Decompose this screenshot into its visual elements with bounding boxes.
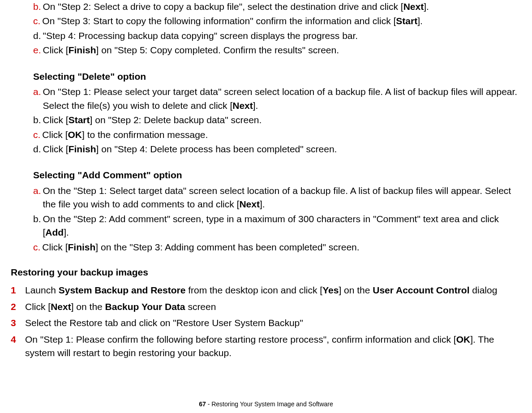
step-text: On the "Step 1: Select target data" scre… xyxy=(43,184,521,211)
restore-heading: Restoring your backup images xyxy=(11,266,521,279)
text-run: ] on "Step 4: Delete process has been co… xyxy=(96,144,337,154)
step-text: Click [Next] on the Backup Your Data scr… xyxy=(25,300,521,314)
text-run: ] on "Step 5: Copy completed. Confirm th… xyxy=(96,45,339,55)
step-number: 2 xyxy=(11,300,25,314)
step-letter: d. xyxy=(33,29,41,43)
addcomment-step-b: b. On the "Step 2: Add comment" screen, … xyxy=(33,212,521,240)
copy-step-e: e. Click [Finish] on "Step 5: Copy compl… xyxy=(33,43,521,57)
button-label-ref: Next xyxy=(232,100,253,111)
step-letter: a. xyxy=(33,184,41,211)
copy-step-b: b. On "Step 2: Select a drive to copy a … xyxy=(33,0,521,13)
delete-step-b: b. Click [Start] on "Step 2: Delete back… xyxy=(33,113,521,127)
text-run: Launch xyxy=(25,285,59,295)
document-body: b. On "Step 2: Select a drive to copy a … xyxy=(11,0,521,360)
button-label-ref: Start xyxy=(69,115,90,125)
button-label-ref: Finish xyxy=(68,242,96,252)
text-run: On the "Step 2: Add comment" screen, typ… xyxy=(43,214,499,237)
delete-heading: Selecting "Delete" option xyxy=(33,70,521,83)
step-text: Click [Finish] on "Step 4: Delete proces… xyxy=(43,142,521,156)
text-run: ]. xyxy=(260,199,265,209)
text-run: ]. xyxy=(417,16,423,26)
restore-steps-list: 1 Launch System Backup and Restore from … xyxy=(11,284,521,360)
copy-step-c: c. On "Step 3: Start to copy the followi… xyxy=(33,14,521,28)
screen-name-ref: Backup Your Data xyxy=(105,301,185,312)
step-text: Launch System Backup and Restore from th… xyxy=(25,284,521,297)
page-number: 67 xyxy=(199,400,206,408)
button-label-ref: Next xyxy=(239,199,260,209)
footer-title: - Restoring Your System Image and Softwa… xyxy=(206,400,333,408)
text-run: Click [ xyxy=(43,115,69,125)
text-run: Click [ xyxy=(25,301,51,312)
text-run: Click [ xyxy=(42,129,68,140)
step-text: On the "Step 2: Add comment" screen, typ… xyxy=(43,212,521,240)
step-text: On "Step 3: Start to copy the following … xyxy=(42,14,521,28)
button-label-ref: Finish xyxy=(69,45,96,55)
button-label-ref: OK xyxy=(456,334,471,344)
step-letter: b. xyxy=(33,212,41,240)
app-name-ref: System Backup and Restore xyxy=(59,285,186,295)
addcomment-step-c: c. Click [Finish] on the "Step 3: Adding… xyxy=(33,241,521,254)
text-run: On "Step 1: Please select your target da… xyxy=(43,86,518,110)
dialog-name-ref: User Account Control xyxy=(373,285,469,295)
text-run: Click [ xyxy=(42,242,68,252)
copy-step-d: d. "Step 4: Processing backup data copyi… xyxy=(33,29,521,43)
step-number: 3 xyxy=(11,316,25,330)
step-letter: a. xyxy=(33,85,41,112)
step-text: On "Step 2: Select a drive to copy a bac… xyxy=(43,0,521,13)
button-label-ref: Next xyxy=(51,301,71,312)
text-run: ]. xyxy=(424,1,429,12)
text-run: Click [ xyxy=(43,45,69,55)
step-letter: b. xyxy=(33,113,41,127)
restore-step-1: 1 Launch System Backup and Restore from … xyxy=(11,284,521,297)
step-letter: c. xyxy=(33,241,40,254)
text-run: ] on the xyxy=(339,285,373,295)
step-letter: b. xyxy=(33,0,41,13)
restore-step-2: 2 Click [Next] on the Backup Your Data s… xyxy=(11,300,521,314)
text-run: ]. xyxy=(64,227,69,237)
step-number: 1 xyxy=(11,284,25,297)
restore-step-4: 4 On "Step 1: Please confirm the followi… xyxy=(11,333,521,360)
addcomment-heading: Selecting "Add Comment" option xyxy=(33,168,521,182)
page-footer: 67 - Restoring Your System Image and Sof… xyxy=(0,400,532,409)
step-text: Click [Finish] on "Step 5: Copy complete… xyxy=(43,43,521,57)
step-letter: e. xyxy=(33,43,41,57)
step-letter: d. xyxy=(33,142,41,156)
button-label-ref: Next xyxy=(403,1,424,12)
text-run: On "Step 3: Start to copy the following … xyxy=(42,16,396,26)
step-text: On "Step 1: Please select your target da… xyxy=(43,85,521,112)
text-run: ] to the confirmation message. xyxy=(82,129,208,140)
addcomment-step-a: a. On the "Step 1: Select target data" s… xyxy=(33,184,521,211)
text-run: from the desktop icon and click [ xyxy=(185,285,322,295)
step-text: On "Step 1: Please confirm the following… xyxy=(25,333,521,360)
text-run: On the "Step 1: Select target data" scre… xyxy=(43,185,511,209)
text-run: ]. xyxy=(253,100,258,111)
text-run: ] on the "Step 3: Adding comment has bee… xyxy=(95,242,359,252)
text-run: screen xyxy=(185,301,216,312)
text-run: On "Step 2: Select a drive to copy a bac… xyxy=(43,1,403,12)
step-text: Click [Start] on "Step 2: Delete backup … xyxy=(43,113,521,127)
step-number: 4 xyxy=(11,333,25,346)
text-run: ] on "Step 2: Delete backup data" screen… xyxy=(90,115,262,125)
step-text: Select the Restore tab and click on "Res… xyxy=(25,316,521,330)
button-label-ref: OK xyxy=(68,129,82,140)
text-run: On "Step 1: Please confirm the following… xyxy=(25,334,456,344)
text-run: ] on the xyxy=(71,301,105,312)
button-label-ref: Add xyxy=(45,227,64,237)
button-label-ref: Yes xyxy=(322,285,339,295)
text-run: dialog xyxy=(470,285,498,295)
button-label-ref: Start xyxy=(396,16,417,26)
step-text: Click [Finish] on the "Step 3: Adding co… xyxy=(42,241,521,254)
step-text: Click [OK] to the confirmation message. xyxy=(42,128,521,142)
text-run: Click [ xyxy=(43,144,69,154)
restore-step-3: 3 Select the Restore tab and click on "R… xyxy=(11,316,521,330)
step-text: "Step 4: Processing backup data copying"… xyxy=(43,29,521,43)
delete-step-a: a. On "Step 1: Please select your target… xyxy=(33,85,521,112)
delete-step-d: d. Click [Finish] on "Step 4: Delete pro… xyxy=(33,142,521,156)
button-label-ref: Finish xyxy=(69,144,96,154)
step-letter: c. xyxy=(33,128,40,142)
delete-step-c: c. Click [OK] to the confirmation messag… xyxy=(33,128,521,142)
step-letter: c. xyxy=(33,14,40,28)
